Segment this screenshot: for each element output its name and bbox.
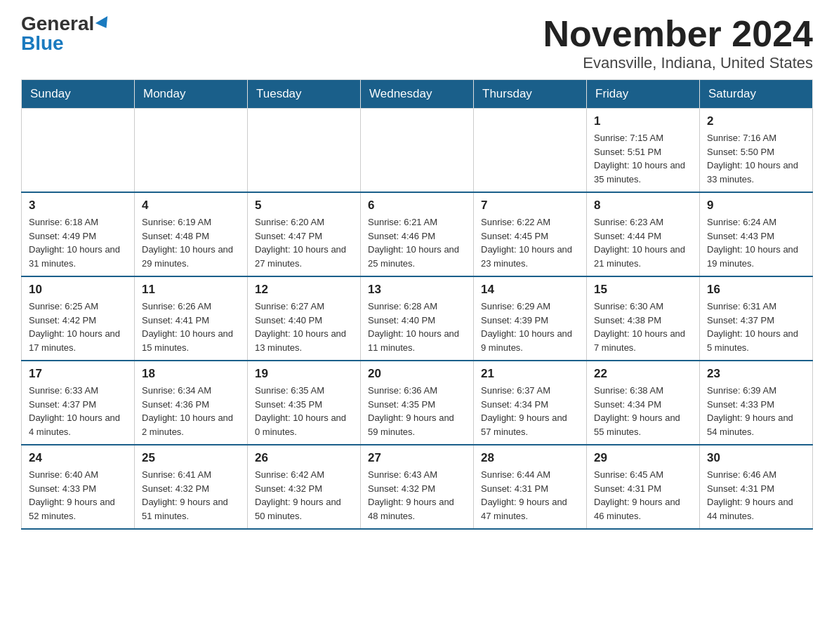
day-number: 26 (255, 451, 353, 465)
calendar-cell: 9Sunrise: 6:24 AMSunset: 4:43 PMDaylight… (700, 192, 813, 276)
calendar-cell: 28Sunrise: 6:44 AMSunset: 4:31 PMDayligh… (474, 445, 587, 529)
calendar-cell: 19Sunrise: 6:35 AMSunset: 4:35 PMDayligh… (248, 361, 361, 445)
weekday-header-thursday: Thursday (474, 80, 587, 109)
day-info: Sunrise: 6:26 AMSunset: 4:41 PMDaylight:… (142, 300, 240, 354)
day-info: Sunrise: 7:15 AMSunset: 5:51 PMDaylight:… (594, 131, 692, 186)
day-info: Sunrise: 6:38 AMSunset: 4:34 PMDaylight:… (594, 384, 692, 438)
calendar-week-row: 17Sunrise: 6:33 AMSunset: 4:37 PMDayligh… (22, 361, 813, 445)
title-area: November 2024 Evansville, Indiana, Unite… (543, 14, 813, 72)
calendar-table: SundayMondayTuesdayWednesdayThursdayFrid… (21, 79, 813, 530)
calendar-cell (135, 109, 248, 193)
day-info: Sunrise: 6:35 AMSunset: 4:35 PMDaylight:… (255, 384, 353, 438)
day-info: Sunrise: 6:25 AMSunset: 4:42 PMDaylight:… (29, 300, 127, 354)
day-number: 1 (594, 114, 692, 128)
calendar-cell: 25Sunrise: 6:41 AMSunset: 4:32 PMDayligh… (135, 445, 248, 529)
day-number: 18 (142, 367, 240, 381)
calendar-cell: 3Sunrise: 6:18 AMSunset: 4:49 PMDaylight… (22, 192, 135, 276)
page-header: General Blue November 2024 Evansville, I… (21, 14, 813, 72)
day-info: Sunrise: 6:34 AMSunset: 4:36 PMDaylight:… (142, 384, 240, 438)
day-number: 7 (481, 199, 579, 213)
day-info: Sunrise: 6:33 AMSunset: 4:37 PMDaylight:… (29, 384, 127, 438)
day-number: 5 (255, 199, 353, 213)
calendar-cell (22, 109, 135, 193)
day-number: 3 (29, 199, 127, 213)
day-number: 13 (368, 283, 466, 297)
day-number: 9 (707, 199, 805, 213)
day-info: Sunrise: 6:46 AMSunset: 4:31 PMDaylight:… (707, 468, 805, 523)
calendar-cell: 22Sunrise: 6:38 AMSunset: 4:34 PMDayligh… (587, 361, 700, 445)
calendar-title: November 2024 (543, 14, 813, 54)
day-number: 19 (255, 367, 353, 381)
day-number: 27 (368, 451, 466, 465)
day-number: 22 (594, 367, 692, 381)
logo-general-text: General (21, 14, 94, 34)
day-info: Sunrise: 6:42 AMSunset: 4:32 PMDaylight:… (255, 468, 353, 523)
logo-blue-text: Blue (21, 34, 64, 53)
day-info: Sunrise: 6:21 AMSunset: 4:46 PMDaylight:… (368, 215, 466, 270)
day-number: 15 (594, 283, 692, 297)
day-number: 4 (142, 199, 240, 213)
day-number: 12 (255, 283, 353, 297)
day-info: Sunrise: 6:37 AMSunset: 4:34 PMDaylight:… (481, 384, 579, 438)
day-number: 16 (707, 283, 805, 297)
day-info: Sunrise: 6:30 AMSunset: 4:38 PMDaylight:… (594, 300, 692, 354)
day-info: Sunrise: 6:18 AMSunset: 4:49 PMDaylight:… (29, 215, 127, 270)
calendar-cell: 27Sunrise: 6:43 AMSunset: 4:32 PMDayligh… (361, 445, 474, 529)
day-info: Sunrise: 6:27 AMSunset: 4:40 PMDaylight:… (255, 300, 353, 354)
day-info: Sunrise: 6:24 AMSunset: 4:43 PMDaylight:… (707, 215, 805, 270)
calendar-cell: 5Sunrise: 6:20 AMSunset: 4:47 PMDaylight… (248, 192, 361, 276)
day-info: Sunrise: 6:20 AMSunset: 4:47 PMDaylight:… (255, 215, 353, 270)
calendar-cell: 17Sunrise: 6:33 AMSunset: 4:37 PMDayligh… (22, 361, 135, 445)
day-number: 30 (707, 451, 805, 465)
calendar-cell: 8Sunrise: 6:23 AMSunset: 4:44 PMDaylight… (587, 192, 700, 276)
calendar-cell: 24Sunrise: 6:40 AMSunset: 4:33 PMDayligh… (22, 445, 135, 529)
day-number: 17 (29, 367, 127, 381)
calendar-cell: 6Sunrise: 6:21 AMSunset: 4:46 PMDaylight… (361, 192, 474, 276)
weekday-header-row: SundayMondayTuesdayWednesdayThursdayFrid… (22, 80, 813, 109)
weekday-header-wednesday: Wednesday (361, 80, 474, 109)
day-number: 23 (707, 367, 805, 381)
logo: General Blue (21, 14, 111, 53)
day-info: Sunrise: 6:44 AMSunset: 4:31 PMDaylight:… (481, 468, 579, 523)
calendar-cell: 21Sunrise: 6:37 AMSunset: 4:34 PMDayligh… (474, 361, 587, 445)
day-info: Sunrise: 6:28 AMSunset: 4:40 PMDaylight:… (368, 300, 466, 354)
calendar-week-row: 3Sunrise: 6:18 AMSunset: 4:49 PMDaylight… (22, 192, 813, 276)
calendar-cell: 14Sunrise: 6:29 AMSunset: 4:39 PMDayligh… (474, 276, 587, 361)
weekday-header-friday: Friday (587, 80, 700, 109)
day-number: 6 (368, 199, 466, 213)
calendar-cell: 13Sunrise: 6:28 AMSunset: 4:40 PMDayligh… (361, 276, 474, 361)
weekday-header-monday: Monday (135, 80, 248, 109)
day-info: Sunrise: 7:16 AMSunset: 5:50 PMDaylight:… (707, 131, 805, 186)
day-number: 24 (29, 451, 127, 465)
calendar-cell: 16Sunrise: 6:31 AMSunset: 4:37 PMDayligh… (700, 276, 813, 361)
day-number: 28 (481, 451, 579, 465)
calendar-cell (361, 109, 474, 193)
calendar-cell: 23Sunrise: 6:39 AMSunset: 4:33 PMDayligh… (700, 361, 813, 445)
weekday-header-sunday: Sunday (22, 80, 135, 109)
day-number: 10 (29, 283, 127, 297)
day-number: 14 (481, 283, 579, 297)
day-number: 29 (594, 451, 692, 465)
day-info: Sunrise: 6:22 AMSunset: 4:45 PMDaylight:… (481, 215, 579, 270)
calendar-cell: 18Sunrise: 6:34 AMSunset: 4:36 PMDayligh… (135, 361, 248, 445)
calendar-cell: 29Sunrise: 6:45 AMSunset: 4:31 PMDayligh… (587, 445, 700, 529)
day-info: Sunrise: 6:23 AMSunset: 4:44 PMDaylight:… (594, 215, 692, 270)
calendar-cell: 10Sunrise: 6:25 AMSunset: 4:42 PMDayligh… (22, 276, 135, 361)
day-info: Sunrise: 6:43 AMSunset: 4:32 PMDaylight:… (368, 468, 466, 523)
calendar-cell: 2Sunrise: 7:16 AMSunset: 5:50 PMDaylight… (700, 109, 813, 193)
day-number: 2 (707, 114, 805, 128)
weekday-header-tuesday: Tuesday (248, 80, 361, 109)
calendar-cell: 30Sunrise: 6:46 AMSunset: 4:31 PMDayligh… (700, 445, 813, 529)
day-info: Sunrise: 6:45 AMSunset: 4:31 PMDaylight:… (594, 468, 692, 523)
day-info: Sunrise: 6:40 AMSunset: 4:33 PMDaylight:… (29, 468, 127, 523)
day-info: Sunrise: 6:19 AMSunset: 4:48 PMDaylight:… (142, 215, 240, 270)
calendar-week-row: 1Sunrise: 7:15 AMSunset: 5:51 PMDaylight… (22, 109, 813, 193)
calendar-week-row: 24Sunrise: 6:40 AMSunset: 4:33 PMDayligh… (22, 445, 813, 529)
day-info: Sunrise: 6:29 AMSunset: 4:39 PMDaylight:… (481, 300, 579, 354)
calendar-cell: 11Sunrise: 6:26 AMSunset: 4:41 PMDayligh… (135, 276, 248, 361)
calendar-cell: 20Sunrise: 6:36 AMSunset: 4:35 PMDayligh… (361, 361, 474, 445)
calendar-cell: 7Sunrise: 6:22 AMSunset: 4:45 PMDaylight… (474, 192, 587, 276)
day-info: Sunrise: 6:36 AMSunset: 4:35 PMDaylight:… (368, 384, 466, 438)
calendar-week-row: 10Sunrise: 6:25 AMSunset: 4:42 PMDayligh… (22, 276, 813, 361)
calendar-cell: 4Sunrise: 6:19 AMSunset: 4:48 PMDaylight… (135, 192, 248, 276)
